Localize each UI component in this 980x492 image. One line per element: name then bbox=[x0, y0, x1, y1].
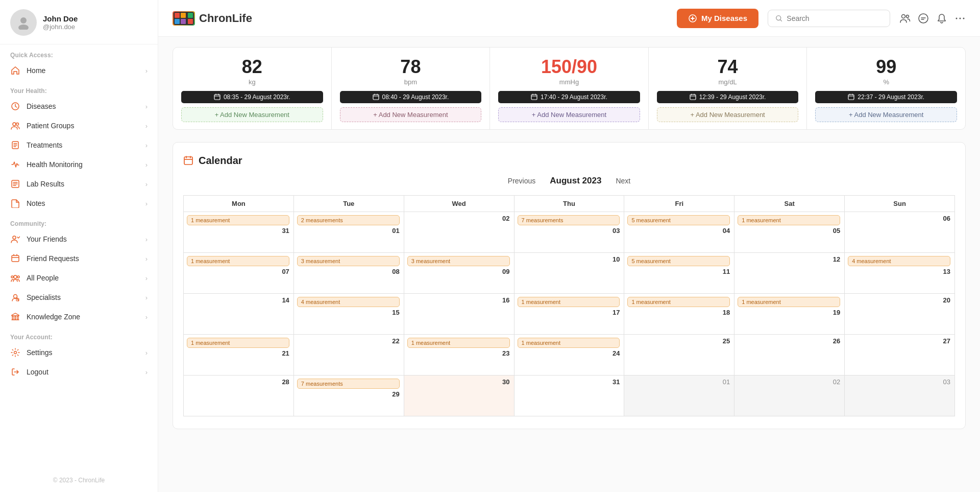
calendar-cell[interactable]: 25 bbox=[624, 335, 734, 376]
calendar-badge[interactable]: 1 measurement bbox=[738, 297, 840, 307]
svg-rect-20 bbox=[181, 13, 186, 18]
calendar-cell[interactable]: 06 bbox=[845, 212, 955, 253]
calendar-badge[interactable]: 1 measurement bbox=[407, 338, 510, 348]
calendar-badge[interactable]: 1 measurement bbox=[187, 256, 289, 266]
more-options-button[interactable] bbox=[954, 13, 966, 24]
calendar-badge[interactable]: 1 measurement bbox=[518, 297, 620, 307]
bell-icon-button[interactable] bbox=[936, 13, 947, 24]
calendar-cell[interactable]: 1 measurement18 bbox=[624, 294, 734, 335]
calendar-cell[interactable]: 10 bbox=[514, 253, 625, 294]
metric-unit: % bbox=[883, 78, 889, 86]
calendar-cell[interactable]: 01 bbox=[624, 376, 734, 416]
add-measurement-button[interactable]: + Add New Measurement bbox=[498, 107, 640, 122]
search-icon bbox=[775, 14, 782, 22]
calendar-cell[interactable]: 1 measurement05 bbox=[734, 212, 845, 253]
calendar-cell[interactable]: 1 measurement23 bbox=[404, 335, 514, 376]
calendar-cell[interactable]: 02 bbox=[404, 212, 514, 253]
sidebar-item-settings[interactable]: Settings › bbox=[0, 343, 158, 362]
calendar-cell[interactable]: 5 measurement04 bbox=[624, 212, 734, 253]
calendar-cell[interactable]: 3 measurement08 bbox=[294, 253, 404, 294]
calendar-cell[interactable]: 1 measurement07 bbox=[184, 253, 294, 294]
sidebar-item-diseases[interactable]: Diseases › bbox=[0, 97, 158, 116]
calendar-cell[interactable]: 3 measurement09 bbox=[404, 253, 514, 294]
calendar-cell[interactable]: 5 measurement11 bbox=[624, 253, 734, 294]
sidebar-item-friend-requests[interactable]: Friend Requests › bbox=[0, 249, 158, 268]
calendar-cell[interactable]: 7 measurements03 bbox=[514, 212, 625, 253]
calendar-day-header: Tue bbox=[294, 196, 404, 212]
sidebar-item-home[interactable]: Home › bbox=[0, 61, 158, 80]
sidebar-item-all-people[interactable]: All People › bbox=[0, 268, 158, 288]
calendar-cell[interactable]: 30 bbox=[404, 376, 514, 416]
sidebar-item-your-friends[interactable]: Your Friends › bbox=[0, 229, 158, 249]
add-measurement-button[interactable]: + Add New Measurement bbox=[340, 107, 482, 122]
calendar-cell[interactable]: 26 bbox=[734, 335, 845, 376]
calendar-next-button[interactable]: Next bbox=[616, 177, 630, 185]
sidebar-item-treatments[interactable]: Treatments › bbox=[0, 135, 158, 155]
sidebar-item-lab-results[interactable]: Lab Results › bbox=[0, 174, 158, 194]
calendar-title: Calendar bbox=[183, 155, 955, 167]
sidebar-item-label: Settings bbox=[27, 348, 53, 357]
calendar-cell[interactable]: 12 bbox=[734, 253, 845, 294]
search-input[interactable] bbox=[787, 14, 883, 22]
calendar-small-icon bbox=[214, 93, 220, 100]
calendar-badge[interactable]: 1 measurement bbox=[187, 215, 289, 225]
people-icon-button[interactable] bbox=[899, 13, 911, 24]
sidebar-item-logout[interactable]: Logout › bbox=[0, 362, 158, 382]
svg-rect-14 bbox=[12, 316, 13, 319]
people-icon bbox=[899, 13, 911, 24]
sidebar-item-notes[interactable]: Notes › bbox=[0, 194, 158, 213]
chat-icon-button[interactable] bbox=[918, 13, 929, 24]
calendar-cell[interactable]: 28 bbox=[184, 376, 294, 416]
calendar-cell[interactable]: 1 measurement31 bbox=[184, 212, 294, 253]
calendar-badge[interactable]: 5 measurement bbox=[627, 256, 730, 266]
calendar-cell[interactable]: 22 bbox=[294, 335, 404, 376]
calendar-badge[interactable]: 1 measurement bbox=[738, 215, 840, 225]
chevron-icon: › bbox=[145, 368, 148, 376]
calendar-navigation: Previous August 2023 Next bbox=[183, 176, 955, 186]
svg-rect-15 bbox=[15, 316, 16, 319]
calendar-cell[interactable]: 31 bbox=[514, 376, 625, 416]
calendar-badge[interactable]: 1 measurement bbox=[518, 338, 620, 348]
sidebar-item-patient-groups[interactable]: Patient Groups › bbox=[0, 116, 158, 135]
calendar-cell[interactable]: 02 bbox=[734, 376, 845, 416]
svg-point-7 bbox=[13, 236, 16, 239]
add-measurement-button[interactable]: + Add New Measurement bbox=[657, 107, 799, 122]
calendar-cell[interactable]: 1 measurement17 bbox=[514, 294, 625, 335]
my-diseases-button[interactable]: My Diseases bbox=[677, 9, 758, 28]
user-profile[interactable]: John Doe @john.doe bbox=[0, 0, 158, 44]
calendar-prev-button[interactable]: Previous bbox=[508, 177, 535, 185]
calendar-cell[interactable]: 4 measurement13 bbox=[845, 253, 955, 294]
calendar-cell[interactable]: 4 measurement15 bbox=[294, 294, 404, 335]
sidebar-item-knowledge-zone[interactable]: Knowledge Zone › bbox=[0, 307, 158, 326]
calendar-cell[interactable]: 16 bbox=[404, 294, 514, 335]
calendar-badge[interactable]: 1 measurement bbox=[187, 338, 289, 348]
sidebar-item-health-monitoring[interactable]: Health Monitoring › bbox=[0, 155, 158, 174]
calendar-badge[interactable]: 4 measurement bbox=[297, 297, 400, 307]
calendar-badge[interactable]: 2 measurements bbox=[297, 215, 400, 225]
chevron-icon: › bbox=[145, 313, 148, 321]
calendar-cell[interactable]: 7 measurements29 bbox=[294, 376, 404, 416]
svg-rect-35 bbox=[531, 95, 537, 100]
calendar-badge[interactable]: 3 measurement bbox=[407, 256, 510, 266]
calendar-badge[interactable]: 1 measurement bbox=[627, 297, 730, 307]
calendar-badge[interactable]: 3 measurement bbox=[297, 256, 400, 266]
calendar-date: 25 bbox=[723, 338, 730, 344]
search-box[interactable] bbox=[768, 10, 890, 27]
calendar-badge[interactable]: 5 measurement bbox=[627, 215, 730, 225]
calendar-badge[interactable]: 7 measurements bbox=[297, 379, 400, 389]
calendar-cell[interactable]: 27 bbox=[845, 335, 955, 376]
chevron-icon: › bbox=[145, 161, 148, 169]
add-measurement-button[interactable]: + Add New Measurement bbox=[181, 107, 323, 122]
calendar-cell[interactable]: 1 measurement19 bbox=[734, 294, 845, 335]
calendar-cell[interactable]: 14 bbox=[184, 294, 294, 335]
sidebar-item-specialists[interactable]: Specialists › bbox=[0, 288, 158, 307]
calendar-cell[interactable]: 2 measurements01 bbox=[294, 212, 404, 253]
add-measurement-button[interactable]: + Add New Measurement bbox=[815, 107, 957, 122]
calendar-badge[interactable]: 4 measurement bbox=[848, 256, 950, 266]
calendar-cell[interactable]: 03 bbox=[845, 376, 955, 416]
calendar-cell[interactable]: 1 measurement24 bbox=[514, 335, 625, 376]
calendar-badge[interactable]: 7 measurements bbox=[518, 215, 620, 225]
calendar-cell[interactable]: 20 bbox=[845, 294, 955, 335]
calendar-cell[interactable]: 1 measurement21 bbox=[184, 335, 294, 376]
patient-groups-icon bbox=[10, 121, 20, 131]
